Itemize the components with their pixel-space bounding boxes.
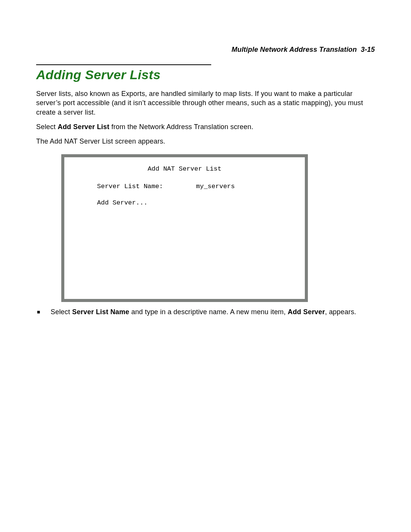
terminal-label-server-list-name: Server List Name:: [97, 182, 196, 190]
bullet-item: ■ Select Server List Name and type in a …: [36, 307, 375, 316]
running-header: Multiple Network Address Translation 3-1…: [36, 46, 375, 54]
bullet-post: , appears.: [325, 308, 356, 316]
step1-bold: Add Server List: [57, 123, 109, 131]
terminal-label-add-server: Add Server...: [97, 199, 196, 207]
bullet-square-icon: ■: [36, 307, 51, 316]
bullet-bold-1: Server List Name: [72, 308, 129, 316]
step1-post: from the Network Address Translation scr…: [109, 123, 253, 131]
terminal-row-server-list-name: Server List Name:my_servers: [76, 182, 293, 190]
section-heading: Adding Server Lists: [36, 67, 375, 82]
terminal-screenshot: Add NAT Server ListServer List Name:my_s…: [61, 154, 308, 302]
terminal-value-server-list-name: my_servers: [196, 182, 235, 190]
bullet-pre: Select: [51, 308, 72, 316]
terminal-content: Add NAT Server ListServer List Name:my_s…: [64, 157, 305, 299]
intro-paragraph: Server lists, also known as Exports, are…: [36, 89, 375, 117]
step-paragraph-2: The Add NAT Server List screen appears.: [36, 137, 375, 146]
document-page: Multiple Network Address Translation 3-1…: [0, 0, 411, 532]
page-ref: 3-15: [361, 46, 375, 53]
step-paragraph-1: Select Add Server List from the Network …: [36, 122, 375, 131]
bullet-mid: and type in a descriptive name. A new me…: [129, 308, 288, 316]
terminal-row-add-server: Add Server...: [76, 199, 293, 207]
bullet-text: Select Server List Name and type in a de…: [51, 307, 375, 316]
running-title: Multiple Network Address Translation: [232, 46, 357, 53]
bullet-bold-2: Add Server: [288, 308, 325, 316]
terminal-title: Add NAT Server List: [76, 165, 293, 173]
step1-pre: Select: [36, 123, 57, 131]
section-rule: [36, 64, 211, 65]
